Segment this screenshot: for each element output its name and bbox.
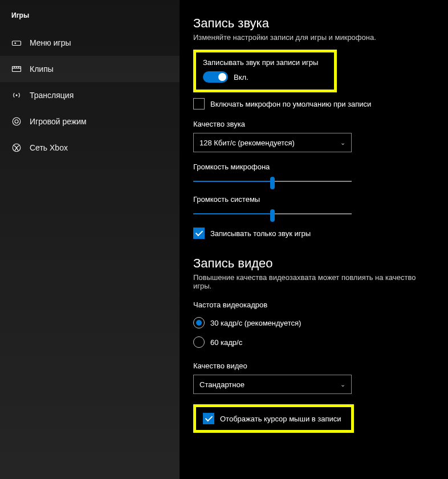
toggle-state-label: Вкл. <box>234 73 249 82</box>
sidebar-item-label: Сеть Xbox <box>30 143 68 152</box>
highlight-record-audio: Записывать звук при записи игры Вкл. <box>193 50 337 92</box>
radio-label: 30 кадр/с (рекомендуется) <box>210 319 301 327</box>
sidebar-item-broadcast[interactable]: Трансляция <box>0 82 180 108</box>
mic-volume-label: Громкость микрофона <box>193 163 434 171</box>
video-quality-value: Стандартное <box>199 380 245 389</box>
audio-quality-select[interactable]: 128 Кбит/с (рекомендуется) ⌄ <box>193 133 352 152</box>
sidebar-item-label: Игровой режим <box>30 117 87 126</box>
record-audio-label: Записывать звук при записи игры <box>203 58 327 67</box>
main-content: Запись звука Изменяйте настройки записи … <box>180 0 448 479</box>
mic-default-checkbox[interactable] <box>193 98 205 109</box>
highlight-cursor: Отображать курсор мыши в записи <box>193 404 354 433</box>
video-quality-select[interactable]: Стандартное ⌄ <box>193 375 352 394</box>
show-cursor-checkbox[interactable] <box>203 413 214 424</box>
mic-volume-slider[interactable] <box>193 174 352 188</box>
audio-heading: Запись звука <box>193 16 434 31</box>
fps-label: Частота видеокадров <box>193 301 434 309</box>
record-audio-toggle[interactable] <box>203 71 228 83</box>
sidebar-item-label: Клипы <box>30 64 54 74</box>
sidebar-item-clips[interactable]: Клипы <box>0 56 180 82</box>
sys-volume-label: Громкость системы <box>193 195 434 204</box>
radio-label: 60 кадр/с <box>210 338 242 347</box>
fps-option-30[interactable]: 30 кадр/с (рекомендуется) <box>193 317 434 328</box>
sys-volume-slider[interactable] <box>193 207 352 221</box>
audio-sub: Изменяйте настройки записи для игры и ми… <box>193 33 434 42</box>
gamebar-icon <box>11 38 22 48</box>
show-cursor-label: Отображать курсор мыши в записи <box>220 415 341 423</box>
svg-point-9 <box>13 117 21 125</box>
clips-icon <box>11 64 22 74</box>
svg-point-10 <box>15 120 18 123</box>
sidebar-item-label: Трансляция <box>30 91 74 100</box>
game-mode-icon <box>11 116 22 127</box>
chevron-down-icon: ⌄ <box>340 381 345 388</box>
sidebar-item-label: Меню игры <box>30 38 71 47</box>
game-audio-only-checkbox[interactable] <box>193 228 205 239</box>
broadcast-icon <box>11 90 22 100</box>
svg-point-8 <box>16 95 18 96</box>
video-heading: Запись видео <box>193 256 434 271</box>
game-audio-only-label: Записывать только звук игры <box>210 229 311 238</box>
mic-default-label: Включать микрофон по умолчанию при запис… <box>210 100 371 108</box>
sidebar: Игры Меню игры Клипы Трансляция Игровой … <box>0 0 180 479</box>
radio-icon <box>193 336 205 348</box>
xbox-icon <box>11 143 22 153</box>
fps-radio-group: 30 кадр/с (рекомендуется) 60 кадр/с <box>193 317 434 348</box>
sidebar-title: Игры <box>0 11 180 30</box>
audio-quality-label: Качество звука <box>193 120 434 128</box>
sidebar-item-xbox-network[interactable]: Сеть Xbox <box>0 135 180 161</box>
sidebar-item-game-menu[interactable]: Меню игры <box>0 30 180 56</box>
svg-rect-0 <box>13 41 21 46</box>
chevron-down-icon: ⌄ <box>340 139 345 147</box>
video-sub: Повышение качества видеозахвата может по… <box>193 273 434 290</box>
fps-option-60[interactable]: 60 кадр/с <box>193 336 434 348</box>
sidebar-item-game-mode[interactable]: Игровой режим <box>0 108 180 135</box>
radio-icon <box>193 317 205 328</box>
video-quality-label: Качество видео <box>193 362 434 370</box>
audio-quality-value: 128 Кбит/с (рекомендуется) <box>199 139 295 147</box>
